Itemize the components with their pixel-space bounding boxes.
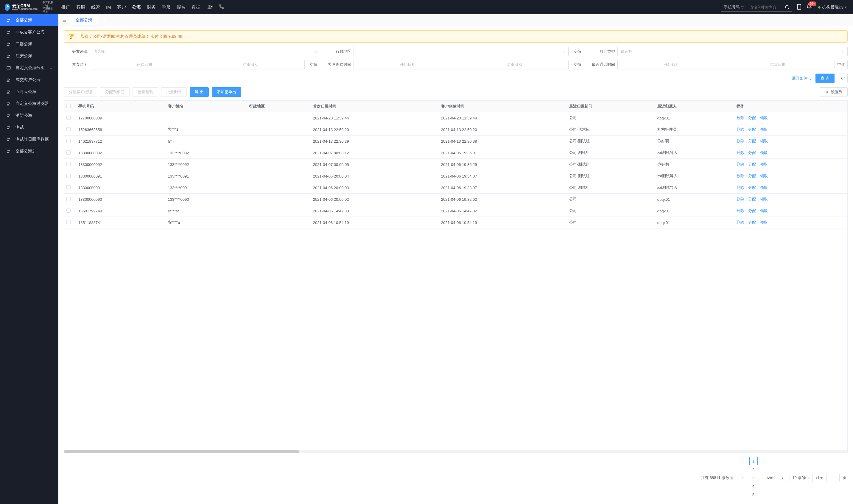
sidebar-item-2[interactable]: 二咨公海 (0, 38, 58, 50)
row-delete-link[interactable]: 删除 (737, 185, 744, 190)
sidebar-item-7[interactable]: 自定义公海过滤器 (0, 98, 58, 110)
row-assign-link[interactable]: 分配 (748, 185, 756, 190)
row-claim-link[interactable]: 领取 (760, 185, 768, 190)
sidebar-item-1[interactable]: 非成交客户公海 (0, 26, 58, 38)
row-checkbox[interactable] (67, 162, 71, 166)
abandon-time-null-button[interactable]: 空值 (307, 60, 320, 69)
topnav-item-0[interactable]: 推广 (61, 4, 70, 10)
collapse-sidebar-button[interactable] (58, 14, 70, 26)
row-claim-link[interactable]: 领取 (760, 162, 768, 166)
scrollbar-thumb[interactable] (64, 450, 299, 453)
topnav-item-8[interactable]: 报名 (177, 4, 185, 10)
row-delete-link[interactable]: 删除 (737, 162, 744, 166)
select-all-checkbox[interactable] (67, 104, 71, 108)
topnav-item-9[interactable]: 数据 (192, 4, 200, 10)
jump-page-input[interactable] (827, 474, 840, 482)
row-delete-link[interactable]: 删除 (737, 139, 744, 143)
row-delete-link[interactable]: 删除 (737, 220, 744, 224)
row-checkbox[interactable] (67, 115, 71, 120)
row-claim-link[interactable]: 领取 (760, 174, 768, 178)
sidebar-item-10[interactable]: 测试昨日回库数据 (0, 133, 58, 145)
row-assign-link[interactable]: 分配 (748, 174, 756, 178)
row-claim-link[interactable]: 领取 (760, 209, 768, 213)
phone-icon[interactable] (218, 4, 224, 11)
topnav-item-4[interactable]: 客户 (117, 4, 126, 10)
row-claim-link[interactable]: 领取 (760, 197, 768, 201)
row-claim-link[interactable]: 领取 (760, 115, 768, 120)
search-type-select[interactable]: 手机号码 ▽ (721, 3, 747, 12)
sidebar-item-0[interactable]: 全部公海 (0, 14, 58, 26)
row-delete-link[interactable]: 删除 (737, 127, 744, 132)
row-checkbox[interactable] (67, 185, 71, 190)
batch-delete-button[interactable]: 批量删除 (161, 87, 187, 97)
topnav-item-2[interactable]: 线索 (91, 4, 100, 10)
topnav-item-5[interactable]: 公海 (132, 4, 141, 10)
page-button-4[interactable]: 4 (749, 482, 758, 490)
export-button[interactable]: 导 出 (190, 87, 209, 97)
sidebar-item-6[interactable]: 五月天公海 (0, 86, 58, 98)
row-assign-link[interactable]: 分配 (748, 115, 756, 120)
admin-area-null-button[interactable]: 空值 (571, 47, 584, 56)
search-button[interactable]: 查 询 (815, 74, 835, 83)
page-button-3[interactable]: 3 (749, 474, 758, 482)
export-plain-button[interactable]: 不加密导出 (212, 87, 241, 97)
row-checkbox[interactable] (67, 127, 71, 131)
create-time-null-button[interactable]: 空值 (571, 60, 584, 69)
row-checkbox[interactable] (67, 150, 71, 155)
sidebar-item-4[interactable]: 自定义公海分组⌄ (0, 62, 58, 74)
batch-claim-button[interactable]: 批量领取 (132, 87, 158, 97)
row-delete-link[interactable]: 删除 (737, 115, 744, 120)
refresh-button[interactable] (838, 74, 848, 83)
last-page-button[interactable]: 6882 (767, 474, 775, 482)
page-size-select[interactable]: 10 条/页 ▽ (790, 474, 813, 482)
page-button-5[interactable]: 5 (749, 490, 758, 499)
set-columns-button[interactable]: 设置列 (820, 87, 848, 97)
row-claim-link[interactable]: 领取 (760, 150, 768, 155)
row-assign-link[interactable]: 分配 (748, 162, 756, 166)
row-delete-link[interactable]: 删除 (737, 197, 744, 201)
row-assign-link[interactable]: 分配 (748, 150, 756, 155)
assign-manager-button[interactable]: 分配客户经理 (64, 87, 97, 97)
row-assign-link[interactable]: 分配 (748, 220, 756, 224)
assign-dept-button[interactable]: 分配到部门 (100, 87, 130, 97)
friend-source-select[interactable]: 请选择 ▽ (90, 47, 320, 56)
row-assign-link[interactable]: 分配 (748, 197, 756, 201)
tab-add-button[interactable]: + (98, 17, 110, 23)
topnav-item-3[interactable]: IM (106, 4, 111, 10)
row-checkbox[interactable] (67, 209, 71, 213)
last-call-time-range[interactable]: 开始日期 ~ 结束日期 (617, 60, 832, 69)
row-delete-link[interactable]: 删除 (737, 209, 744, 213)
next-page-button[interactable]: › (778, 474, 786, 482)
row-delete-link[interactable]: 删除 (737, 174, 744, 178)
notifications-button[interactable]: 99+ (806, 4, 812, 11)
prev-page-button[interactable]: ‹ (738, 474, 746, 482)
admin-area-select[interactable]: ▽ (353, 47, 568, 56)
tab-all-sea[interactable]: 全部公海 (70, 14, 98, 26)
row-assign-link[interactable]: 分配 (748, 139, 756, 143)
sidebar-item-8[interactable]: 消防公海 (0, 110, 58, 122)
topnav-item-1[interactable]: 客服 (76, 4, 85, 10)
abandon-type-select[interactable]: 请选择 ▽ (617, 47, 848, 56)
topnav-item-6[interactable]: 财务 (147, 4, 156, 10)
row-assign-link[interactable]: 分配 (748, 209, 756, 213)
row-checkbox[interactable] (67, 197, 71, 201)
row-assign-link[interactable]: 分配 (748, 127, 756, 132)
create-time-range[interactable]: 开始日期 ~ 结束日期 (353, 60, 568, 69)
topnav-item-7[interactable]: 学服 (162, 4, 171, 10)
row-delete-link[interactable]: 删除 (737, 150, 744, 155)
sidebar-item-11[interactable]: 全部公海2 (0, 145, 58, 157)
row-checkbox[interactable] (67, 174, 71, 178)
sidebar-item-3[interactable]: 注安公海 (0, 50, 58, 62)
horizontal-scrollbar[interactable] (64, 450, 847, 453)
last-call-null-button[interactable]: 空值 (835, 60, 848, 69)
sidebar-item-9[interactable]: 测试 (0, 122, 58, 133)
row-checkbox[interactable] (67, 139, 71, 143)
search-input[interactable] (747, 5, 783, 10)
admin-menu[interactable]: ● 机构管理员 ▼ (816, 4, 847, 11)
search-button[interactable] (783, 3, 792, 11)
row-claim-link[interactable]: 领取 (760, 139, 768, 143)
abandon-time-range[interactable]: 开始日期 ~ 结束日期 (90, 60, 305, 69)
row-checkbox[interactable] (67, 220, 71, 224)
row-claim-link[interactable]: 领取 (760, 127, 768, 132)
row-claim-link[interactable]: 领取 (760, 220, 768, 224)
